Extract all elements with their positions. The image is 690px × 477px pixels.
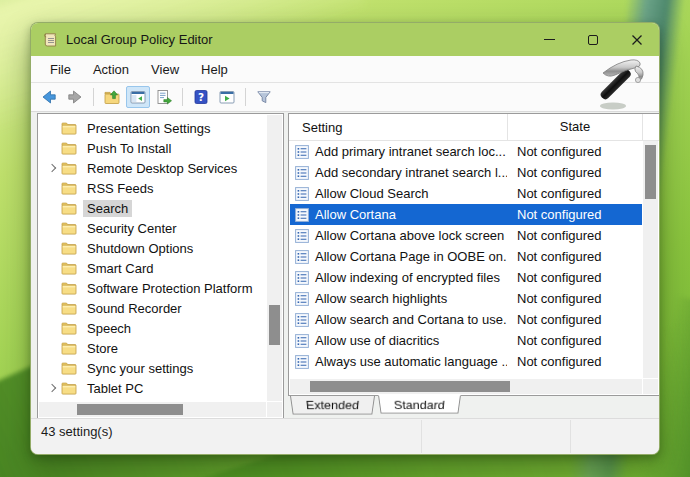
menu-item-action[interactable]: Action: [82, 59, 140, 80]
forward-button[interactable]: [63, 86, 87, 108]
tab-standard[interactable]: Standard: [378, 395, 461, 413]
column-header-state[interactable]: State: [507, 114, 643, 140]
status-bar: 43 setting(s): [31, 418, 659, 454]
setting-name: Allow search highlights: [315, 291, 447, 306]
setting-state: Not configured: [507, 144, 642, 159]
tree-vertical-scrollbar[interactable]: [267, 115, 282, 401]
setting-name: Allow indexing of encrypted files: [315, 270, 500, 285]
setting-row[interactable]: Add secondary intranet search l...Not co…: [290, 162, 642, 183]
policy-doc-icon: [295, 271, 309, 285]
setting-name: Always use automatic language ...: [315, 354, 507, 369]
policy-doc-icon: [295, 313, 309, 327]
tree-item-shutdown-options[interactable]: Shutdown Options: [39, 238, 266, 258]
tree-item-sound-recorder[interactable]: Sound Recorder: [39, 298, 266, 318]
policy-doc-icon: [295, 145, 309, 159]
folder-icon: [61, 362, 83, 375]
tab-extended[interactable]: Extended: [290, 396, 375, 414]
tree-item-label: Sound Recorder: [83, 300, 186, 317]
close-button[interactable]: [615, 23, 659, 56]
console-tree-icon: [129, 88, 147, 106]
folder-icon: [61, 222, 83, 235]
list-horizontal-scrollbar[interactable]: [290, 379, 642, 394]
help-button[interactable]: ?: [189, 86, 213, 108]
filter-button[interactable]: [252, 86, 276, 108]
policy-doc-icon: [295, 187, 309, 201]
tree-vertical-scrollbar-thumb[interactable]: [269, 305, 280, 345]
filter-icon: [255, 88, 273, 106]
setting-row[interactable]: Allow search and Cortana to use...Not co…: [290, 309, 642, 330]
tree-item-remote-desktop-services[interactable]: Remote Desktop Services: [39, 158, 266, 178]
setting-state: Not configured: [507, 312, 642, 327]
setting-row[interactable]: Allow use of diacriticsNot configured: [290, 330, 642, 351]
tree-item-store[interactable]: Store: [39, 338, 266, 358]
tree-item-label: Software Protection Platform: [83, 280, 256, 297]
tree-item-label: Speech: [83, 320, 135, 337]
tree-item-speech[interactable]: Speech: [39, 318, 266, 338]
desktop-wallpaper: Local Group Policy Editor FileActionView…: [0, 0, 690, 477]
setting-row[interactable]: Always use automatic language ...Not con…: [290, 351, 642, 372]
policy-doc-icon: [295, 334, 309, 348]
export-list-icon: [155, 88, 173, 106]
folder-icon: [61, 162, 83, 175]
policy-doc-icon: [295, 208, 309, 222]
menu-item-view[interactable]: View: [140, 59, 190, 80]
list-horizontal-scrollbar-thumb[interactable]: [310, 381, 510, 392]
column-header-setting[interactable]: Setting: [289, 120, 507, 135]
policy-doc-icon: [295, 229, 309, 243]
tree-item-rss-feeds[interactable]: RSS Feeds: [39, 178, 266, 198]
gpedit-scroll-icon: [43, 32, 58, 48]
chevron-right-icon[interactable]: [45, 165, 61, 171]
menu-item-help[interactable]: Help: [190, 59, 239, 80]
folder-icon: [61, 202, 83, 215]
tree-item-tablet-pc[interactable]: Tablet PC: [39, 378, 266, 398]
setting-row[interactable]: Allow Cloud SearchNot configured: [290, 183, 642, 204]
setting-row[interactable]: Allow search highlightsNot configured: [290, 288, 642, 309]
policy-doc-icon: [295, 166, 309, 180]
list-vertical-scrollbar[interactable]: [643, 141, 658, 378]
show-window-button[interactable]: [215, 86, 239, 108]
tree-item-software-protection-platform[interactable]: Software Protection Platform: [39, 278, 266, 298]
tree-item-label: Remote Desktop Services: [83, 160, 241, 177]
svg-text:?: ?: [198, 91, 204, 103]
forward-arrow-icon: [66, 88, 84, 106]
up-one-level-button[interactable]: [100, 86, 124, 108]
maximize-button[interactable]: [571, 23, 615, 56]
setting-name: Allow use of diacritics: [315, 333, 439, 348]
export-list-button[interactable]: [152, 86, 176, 108]
settings-list: Add primary intranet search loc...Not co…: [290, 141, 642, 378]
minimize-button[interactable]: [527, 23, 571, 56]
setting-row[interactable]: Allow indexing of encrypted filesNot con…: [290, 267, 642, 288]
policy-doc-icon: [295, 292, 309, 306]
setting-row[interactable]: Allow Cortana above lock screenNot confi…: [290, 225, 642, 246]
toolbar-separator: [182, 88, 183, 106]
tree-item-sync-your-settings[interactable]: Sync your settings: [39, 358, 266, 378]
folder-icon: [61, 242, 83, 255]
window-play-icon: [218, 88, 236, 106]
tree-item-security-center[interactable]: Security Center: [39, 218, 266, 238]
show-console-tree-button[interactable]: [126, 86, 150, 108]
tree-item-smart-card[interactable]: Smart Card: [39, 258, 266, 278]
folder-icon: [61, 342, 83, 355]
toolbar: ?: [31, 83, 659, 112]
tree-item-push-to-install[interactable]: Push To Install: [39, 138, 266, 158]
chevron-right-icon[interactable]: [45, 385, 61, 391]
main-area: Presentation SettingsPush To InstallRemo…: [31, 110, 659, 419]
setting-state: Not configured: [507, 228, 642, 243]
list-vertical-scrollbar-thumb[interactable]: [645, 145, 656, 199]
tree-item-label: Search: [83, 200, 132, 217]
tree-horizontal-scrollbar-thumb[interactable]: [77, 404, 183, 415]
tree-horizontal-scrollbar[interactable]: [39, 402, 266, 417]
help-icon: ?: [192, 88, 210, 106]
tree-item-presentation-settings[interactable]: Presentation Settings: [39, 118, 266, 138]
setting-name: Allow Cortana: [315, 207, 396, 222]
tree-list: Presentation SettingsPush To InstallRemo…: [39, 118, 266, 401]
back-button[interactable]: [37, 86, 61, 108]
title-bar[interactable]: Local Group Policy Editor: [31, 23, 659, 56]
setting-row[interactable]: Allow Cortana Page in OOBE on...Not conf…: [290, 246, 642, 267]
tree-item-search[interactable]: Search: [39, 198, 266, 218]
menu-item-file[interactable]: File: [39, 59, 82, 80]
setting-row[interactable]: Add primary intranet search loc...Not co…: [290, 141, 642, 162]
folder-icon: [61, 122, 83, 135]
setting-row[interactable]: Allow CortanaNot configured: [290, 204, 642, 225]
folder-icon: [61, 302, 83, 315]
